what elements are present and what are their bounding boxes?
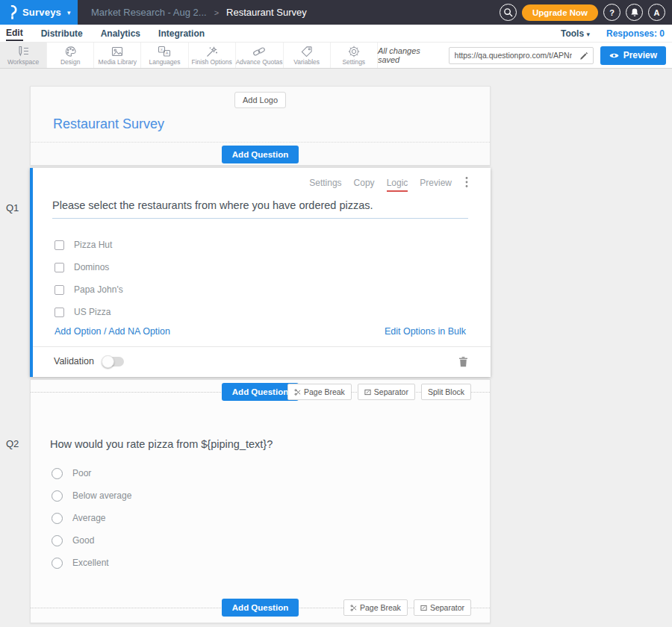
tab-distribute[interactable]: Distribute bbox=[41, 26, 83, 40]
nav-right: Tools ▾ Responses: 0 bbox=[561, 28, 672, 39]
breadcrumb-separator-icon: > bbox=[214, 8, 219, 17]
delete-question-trash-icon[interactable] bbox=[458, 356, 468, 367]
add-option-link[interactable]: Add Option bbox=[55, 326, 102, 337]
question-1-card: Settings Copy Logic Preview Please selec… bbox=[30, 168, 491, 377]
editor-toolbar: Workspace Design Media Library xA Langua… bbox=[0, 43, 672, 69]
breadcrumb-survey-name[interactable]: Restaurant Survey bbox=[226, 7, 307, 18]
survey-url-box bbox=[449, 47, 594, 64]
survey-nav: Edit Distribute Analytics Integration To… bbox=[0, 25, 672, 43]
edit-options-in-bulk-link[interactable]: Edit Options in Bulk bbox=[385, 326, 466, 337]
questionpro-logo-icon bbox=[7, 5, 17, 19]
question-2-block: Add Question Page Break Separator Split … bbox=[30, 379, 491, 623]
svg-text:x: x bbox=[161, 47, 163, 52]
chevron-down-icon: ▾ bbox=[586, 31, 590, 38]
option-links-slash: / bbox=[104, 326, 106, 337]
tab-integration[interactable]: Integration bbox=[158, 26, 205, 40]
option-row: Dominos bbox=[52, 256, 468, 278]
workspace-icon bbox=[16, 46, 30, 57]
checkbox-papa-johns[interactable] bbox=[55, 285, 64, 295]
toolbar-tab-advance-quotas[interactable]: Advance Quotas bbox=[236, 43, 284, 68]
page-break-button[interactable]: Page Break bbox=[343, 599, 408, 616]
option-row: Papa John's bbox=[52, 278, 468, 301]
product-menu[interactable]: Surveys ▾ bbox=[0, 0, 78, 25]
q1-question-text[interactable]: Please select the restaurants from where… bbox=[52, 199, 468, 219]
q1-logic-link[interactable]: Logic bbox=[387, 178, 408, 192]
upgrade-now-button[interactable]: Upgrade Now bbox=[522, 4, 598, 21]
tab-analytics[interactable]: Analytics bbox=[101, 26, 140, 40]
radio-excellent[interactable] bbox=[52, 558, 63, 569]
palette-icon bbox=[64, 46, 77, 57]
svg-text:A: A bbox=[166, 51, 169, 55]
toolbar-tab-media-library[interactable]: Media Library bbox=[94, 43, 141, 68]
survey-title[interactable]: Restaurant Survey bbox=[53, 116, 490, 132]
q1-copy-link[interactable]: Copy bbox=[354, 178, 375, 190]
help-button[interactable]: ? bbox=[603, 4, 620, 21]
q1-settings-link[interactable]: Settings bbox=[309, 178, 341, 190]
validation-toggle[interactable] bbox=[103, 357, 124, 366]
q1-preview-link[interactable]: Preview bbox=[420, 178, 452, 190]
toggle-knob bbox=[102, 355, 114, 368]
breadcrumb-folder[interactable]: Market Research - Aug 2... bbox=[91, 7, 207, 18]
search-button[interactable] bbox=[500, 4, 517, 21]
responses-count[interactable]: Responses: 0 bbox=[606, 28, 665, 39]
add-question-button-bottom[interactable]: Add Question bbox=[222, 599, 299, 617]
image-icon bbox=[111, 46, 124, 57]
toolbar-tab-design[interactable]: Design bbox=[47, 43, 94, 68]
gear-icon bbox=[348, 46, 360, 57]
product-label: Surveys bbox=[22, 7, 61, 18]
question-mark-icon: ? bbox=[609, 8, 615, 17]
q1-action-menu: Settings Copy Logic Preview bbox=[33, 168, 491, 192]
survey-header-block: Add Logo Restaurant Survey Add Question bbox=[30, 86, 491, 166]
option-row: Pizza Hut bbox=[52, 234, 468, 256]
eye-icon bbox=[609, 52, 619, 59]
save-status: All changes saved bbox=[378, 46, 442, 64]
edit-url-pencil-icon[interactable] bbox=[575, 51, 593, 60]
tools-menu[interactable]: Tools ▾ bbox=[561, 28, 590, 39]
survey-url-input[interactable] bbox=[449, 51, 575, 60]
add-na-option-link[interactable]: Add NA Option bbox=[108, 326, 170, 337]
checkbox-us-pizza[interactable] bbox=[55, 308, 64, 317]
radio-below-average[interactable] bbox=[52, 490, 63, 502]
chevron-down-icon: ▾ bbox=[67, 9, 71, 16]
radio-good[interactable] bbox=[52, 535, 63, 546]
translate-icon: xA bbox=[158, 46, 171, 57]
toolbar-tab-variables[interactable]: Variables bbox=[284, 43, 331, 68]
toolbar-tab-settings[interactable]: Settings bbox=[331, 43, 378, 68]
magic-wand-icon bbox=[205, 46, 219, 57]
breadcrumb: Market Research - Aug 2... > Restaurant … bbox=[91, 7, 307, 18]
tab-edit[interactable]: Edit bbox=[6, 25, 23, 41]
q1-gutter-label: Q1 bbox=[6, 202, 19, 213]
option-row: US Pizza bbox=[52, 301, 468, 323]
tag-icon bbox=[300, 46, 313, 57]
option-row: Poor bbox=[50, 462, 467, 484]
q2-question-text[interactable]: How would you rate pizza from ${piping_t… bbox=[50, 438, 467, 450]
add-logo-button[interactable]: Add Logo bbox=[234, 92, 286, 108]
notifications-button[interactable] bbox=[626, 4, 643, 21]
toolbar-tab-workspace[interactable]: Workspace bbox=[0, 43, 47, 68]
toolbar-tab-languages[interactable]: xA Languages bbox=[141, 43, 188, 68]
add-question-button-top[interactable]: Add Question bbox=[222, 146, 299, 163]
option-row: Average bbox=[50, 507, 467, 529]
toolbar-tab-finish-options[interactable]: Finish Options bbox=[189, 43, 236, 68]
search-icon bbox=[503, 7, 513, 17]
avatar[interactable]: A bbox=[648, 4, 665, 21]
option-row: Below average bbox=[50, 484, 467, 507]
radio-average[interactable] bbox=[52, 513, 63, 524]
bell-icon bbox=[630, 7, 639, 17]
q1-options-list: Pizza Hut Dominos Papa John's US Pizza bbox=[33, 219, 491, 323]
radio-poor[interactable] bbox=[52, 468, 63, 479]
top-header: Surveys ▾ Market Research - Aug 2... > R… bbox=[0, 0, 672, 25]
validation-label: Validation bbox=[54, 356, 94, 366]
split-block-button[interactable]: Split Block bbox=[421, 384, 471, 400]
preview-button[interactable]: Preview bbox=[600, 46, 666, 65]
insert-row-top: Add Question Page Break Separator Split … bbox=[31, 380, 490, 404]
page-break-button[interactable]: Page Break bbox=[287, 384, 352, 400]
checkbox-pizza-hut[interactable] bbox=[55, 240, 64, 250]
insert-row-bottom: Add Question Page Break Separator bbox=[31, 597, 490, 618]
checkbox-dominos[interactable] bbox=[55, 263, 64, 272]
avatar-initial: A bbox=[654, 8, 660, 17]
separator-button[interactable]: Separator bbox=[358, 384, 415, 400]
more-options-kebab-icon[interactable] bbox=[465, 176, 468, 190]
separator-button[interactable]: Separator bbox=[414, 599, 471, 616]
option-row: Good bbox=[50, 529, 467, 552]
